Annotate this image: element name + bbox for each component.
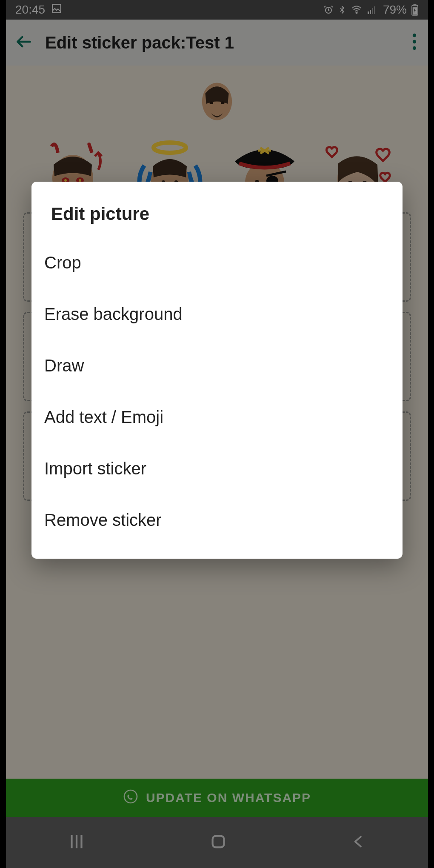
- dialog-title: Edit picture: [31, 199, 403, 237]
- dialog-option-crop[interactable]: Crop: [31, 237, 403, 288]
- dialog-option-erase-background[interactable]: Erase background: [31, 288, 403, 340]
- edit-picture-dialog: Edit picture Crop Erase background Draw …: [31, 182, 403, 559]
- dialog-option-draw[interactable]: Draw: [31, 340, 403, 391]
- screen: 20:45 79%: [6, 0, 428, 868]
- dialog-option-remove-sticker[interactable]: Remove sticker: [31, 494, 403, 546]
- device-frame: 20:45 79%: [0, 0, 434, 868]
- dialog-option-import-sticker[interactable]: Import sticker: [31, 443, 403, 494]
- dialog-option-add-text-emoji[interactable]: Add text / Emoji: [31, 391, 403, 443]
